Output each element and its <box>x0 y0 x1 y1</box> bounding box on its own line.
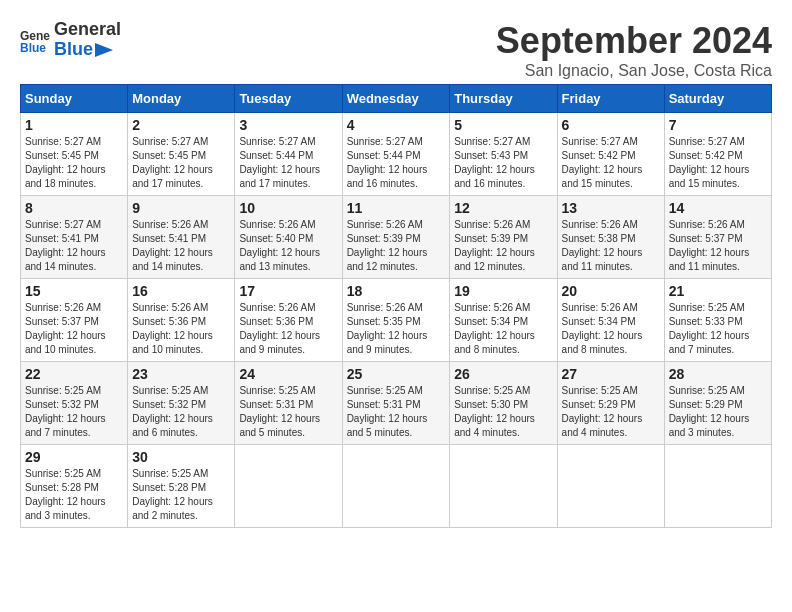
day-number: 20 <box>562 283 660 299</box>
day-number: 24 <box>239 366 337 382</box>
calendar-week-2: 8Sunrise: 5:27 AM Sunset: 5:41 PM Daylig… <box>21 196 772 279</box>
day-number: 12 <box>454 200 552 216</box>
table-row <box>450 445 557 528</box>
col-thursday: Thursday <box>450 85 557 113</box>
calendar-week-3: 15Sunrise: 5:26 AM Sunset: 5:37 PM Dayli… <box>21 279 772 362</box>
table-row: 14Sunrise: 5:26 AM Sunset: 5:37 PM Dayli… <box>664 196 771 279</box>
table-row: 5Sunrise: 5:27 AM Sunset: 5:43 PM Daylig… <box>450 113 557 196</box>
day-info: Sunrise: 5:26 AM Sunset: 5:41 PM Dayligh… <box>132 218 230 274</box>
table-row: 28Sunrise: 5:25 AM Sunset: 5:29 PM Dayli… <box>664 362 771 445</box>
day-number: 3 <box>239 117 337 133</box>
table-row: 27Sunrise: 5:25 AM Sunset: 5:29 PM Dayli… <box>557 362 664 445</box>
day-number: 23 <box>132 366 230 382</box>
col-monday: Monday <box>128 85 235 113</box>
logo-icon: General Blue <box>20 25 50 55</box>
day-number: 29 <box>25 449 123 465</box>
day-number: 26 <box>454 366 552 382</box>
table-row: 7Sunrise: 5:27 AM Sunset: 5:42 PM Daylig… <box>664 113 771 196</box>
page-header: General Blue General Blue September 2024… <box>20 20 772 80</box>
table-row: 24Sunrise: 5:25 AM Sunset: 5:31 PM Dayli… <box>235 362 342 445</box>
table-row: 25Sunrise: 5:25 AM Sunset: 5:31 PM Dayli… <box>342 362 450 445</box>
table-row: 15Sunrise: 5:26 AM Sunset: 5:37 PM Dayli… <box>21 279 128 362</box>
day-info: Sunrise: 5:25 AM Sunset: 5:31 PM Dayligh… <box>347 384 446 440</box>
day-number: 15 <box>25 283 123 299</box>
table-row: 17Sunrise: 5:26 AM Sunset: 5:36 PM Dayli… <box>235 279 342 362</box>
calendar-week-1: 1Sunrise: 5:27 AM Sunset: 5:45 PM Daylig… <box>21 113 772 196</box>
day-number: 22 <box>25 366 123 382</box>
table-row: 26Sunrise: 5:25 AM Sunset: 5:30 PM Dayli… <box>450 362 557 445</box>
table-row <box>342 445 450 528</box>
svg-text:Blue: Blue <box>20 41 46 55</box>
day-info: Sunrise: 5:27 AM Sunset: 5:45 PM Dayligh… <box>132 135 230 191</box>
day-info: Sunrise: 5:27 AM Sunset: 5:41 PM Dayligh… <box>25 218 123 274</box>
table-row: 12Sunrise: 5:26 AM Sunset: 5:39 PM Dayli… <box>450 196 557 279</box>
col-saturday: Saturday <box>664 85 771 113</box>
day-info: Sunrise: 5:25 AM Sunset: 5:30 PM Dayligh… <box>454 384 552 440</box>
day-number: 30 <box>132 449 230 465</box>
day-info: Sunrise: 5:25 AM Sunset: 5:28 PM Dayligh… <box>25 467 123 523</box>
table-row: 30Sunrise: 5:25 AM Sunset: 5:28 PM Dayli… <box>128 445 235 528</box>
day-number: 16 <box>132 283 230 299</box>
day-info: Sunrise: 5:27 AM Sunset: 5:43 PM Dayligh… <box>454 135 552 191</box>
table-row: 2Sunrise: 5:27 AM Sunset: 5:45 PM Daylig… <box>128 113 235 196</box>
col-tuesday: Tuesday <box>235 85 342 113</box>
table-row: 1Sunrise: 5:27 AM Sunset: 5:45 PM Daylig… <box>21 113 128 196</box>
day-info: Sunrise: 5:25 AM Sunset: 5:32 PM Dayligh… <box>25 384 123 440</box>
day-number: 19 <box>454 283 552 299</box>
svg-marker-3 <box>95 43 113 57</box>
col-sunday: Sunday <box>21 85 128 113</box>
day-number: 5 <box>454 117 552 133</box>
logo: General Blue General Blue <box>20 20 121 60</box>
table-row: 18Sunrise: 5:26 AM Sunset: 5:35 PM Dayli… <box>342 279 450 362</box>
day-number: 17 <box>239 283 337 299</box>
table-row: 20Sunrise: 5:26 AM Sunset: 5:34 PM Dayli… <box>557 279 664 362</box>
table-row: 6Sunrise: 5:27 AM Sunset: 5:42 PM Daylig… <box>557 113 664 196</box>
day-info: Sunrise: 5:26 AM Sunset: 5:35 PM Dayligh… <box>347 301 446 357</box>
day-number: 9 <box>132 200 230 216</box>
day-number: 4 <box>347 117 446 133</box>
table-row: 10Sunrise: 5:26 AM Sunset: 5:40 PM Dayli… <box>235 196 342 279</box>
day-info: Sunrise: 5:26 AM Sunset: 5:39 PM Dayligh… <box>454 218 552 274</box>
day-info: Sunrise: 5:26 AM Sunset: 5:36 PM Dayligh… <box>239 301 337 357</box>
logo-general-text: General <box>54 20 121 40</box>
day-info: Sunrise: 5:26 AM Sunset: 5:36 PM Dayligh… <box>132 301 230 357</box>
day-info: Sunrise: 5:25 AM Sunset: 5:33 PM Dayligh… <box>669 301 767 357</box>
table-row <box>557 445 664 528</box>
day-info: Sunrise: 5:26 AM Sunset: 5:38 PM Dayligh… <box>562 218 660 274</box>
day-number: 18 <box>347 283 446 299</box>
day-info: Sunrise: 5:26 AM Sunset: 5:34 PM Dayligh… <box>454 301 552 357</box>
calendar-week-5: 29Sunrise: 5:25 AM Sunset: 5:28 PM Dayli… <box>21 445 772 528</box>
day-info: Sunrise: 5:25 AM Sunset: 5:31 PM Dayligh… <box>239 384 337 440</box>
day-number: 28 <box>669 366 767 382</box>
table-row: 16Sunrise: 5:26 AM Sunset: 5:36 PM Dayli… <box>128 279 235 362</box>
table-row <box>235 445 342 528</box>
col-wednesday: Wednesday <box>342 85 450 113</box>
day-info: Sunrise: 5:26 AM Sunset: 5:40 PM Dayligh… <box>239 218 337 274</box>
calendar-week-4: 22Sunrise: 5:25 AM Sunset: 5:32 PM Dayli… <box>21 362 772 445</box>
day-info: Sunrise: 5:26 AM Sunset: 5:39 PM Dayligh… <box>347 218 446 274</box>
table-row: 19Sunrise: 5:26 AM Sunset: 5:34 PM Dayli… <box>450 279 557 362</box>
day-info: Sunrise: 5:27 AM Sunset: 5:44 PM Dayligh… <box>347 135 446 191</box>
day-number: 14 <box>669 200 767 216</box>
day-number: 21 <box>669 283 767 299</box>
calendar-table: Sunday Monday Tuesday Wednesday Thursday… <box>20 84 772 528</box>
day-number: 2 <box>132 117 230 133</box>
calendar-header-row: Sunday Monday Tuesday Wednesday Thursday… <box>21 85 772 113</box>
month-title: September 2024 <box>496 20 772 62</box>
day-info: Sunrise: 5:25 AM Sunset: 5:28 PM Dayligh… <box>132 467 230 523</box>
day-info: Sunrise: 5:27 AM Sunset: 5:44 PM Dayligh… <box>239 135 337 191</box>
table-row: 29Sunrise: 5:25 AM Sunset: 5:28 PM Dayli… <box>21 445 128 528</box>
day-info: Sunrise: 5:27 AM Sunset: 5:42 PM Dayligh… <box>669 135 767 191</box>
table-row: 13Sunrise: 5:26 AM Sunset: 5:38 PM Dayli… <box>557 196 664 279</box>
table-row: 9Sunrise: 5:26 AM Sunset: 5:41 PM Daylig… <box>128 196 235 279</box>
day-number: 11 <box>347 200 446 216</box>
day-info: Sunrise: 5:26 AM Sunset: 5:34 PM Dayligh… <box>562 301 660 357</box>
day-number: 8 <box>25 200 123 216</box>
table-row: 21Sunrise: 5:25 AM Sunset: 5:33 PM Dayli… <box>664 279 771 362</box>
day-info: Sunrise: 5:26 AM Sunset: 5:37 PM Dayligh… <box>669 218 767 274</box>
day-info: Sunrise: 5:27 AM Sunset: 5:42 PM Dayligh… <box>562 135 660 191</box>
day-info: Sunrise: 5:25 AM Sunset: 5:29 PM Dayligh… <box>669 384 767 440</box>
logo-arrow-icon <box>95 43 113 57</box>
day-info: Sunrise: 5:26 AM Sunset: 5:37 PM Dayligh… <box>25 301 123 357</box>
logo-blue-text: Blue <box>54 40 121 60</box>
